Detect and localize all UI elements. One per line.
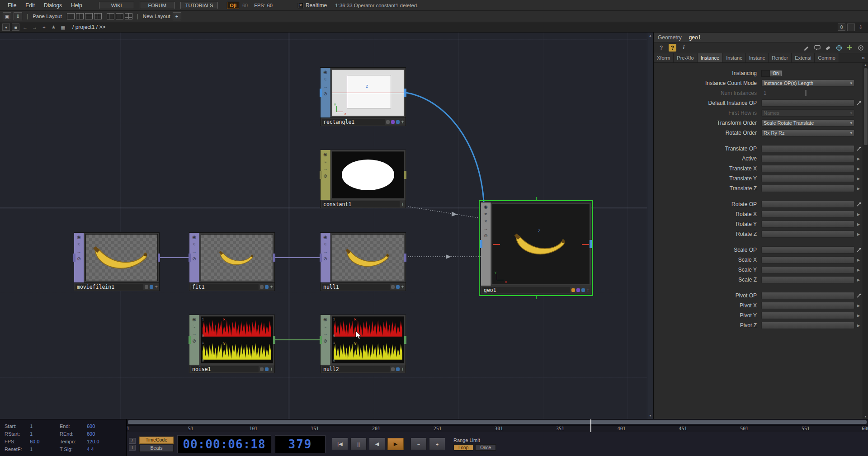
flag-blue[interactable] [265,285,269,289]
empty-slot-button[interactable] [847,24,855,31]
bypass-icon[interactable]: ≈ [324,324,327,329]
arrow-icon[interactable]: → [323,332,328,336]
link-tutorials[interactable]: TUTORIALS [180,2,218,9]
node-viewer[interactable]: z y x [492,204,590,284]
lock-icon[interactable]: ⊘ [323,257,327,261]
tab-instanc[interactable]: Instanc [723,53,745,62]
display-icon[interactable]: ◉ [323,152,327,157]
timeline-overview[interactable] [127,419,868,425]
arrow-icon[interactable]: → [484,226,488,231]
param-field[interactable] [761,165,854,172]
expand-arrow-icon[interactable]: ▶ [857,167,860,171]
node-name[interactable]: noise1 [191,366,259,372]
arrow-icon[interactable]: → [192,249,197,254]
node-name[interactable]: fit1 [191,284,259,290]
param-field[interactable] [761,266,854,273]
download-arrow-icon[interactable]: ⇩ [857,24,864,30]
flag-blue[interactable] [265,367,269,371]
tab-instanc[interactable]: Instanc [746,53,769,62]
expand-arrow-icon[interactable]: ▶ [857,314,860,318]
param-dropdown[interactable]: Names▾ [761,109,854,117]
node-name[interactable]: rectangle1 [322,119,385,125]
output-connector[interactable] [273,254,275,262]
node-noise1[interactable]: ◉≈→⊘ 1 0 tx 1 0 ty noise1+ [189,315,275,373]
layout-hsplit-icon[interactable] [85,13,93,19]
output-connector[interactable] [404,254,406,262]
language-globe-icon[interactable] [835,44,843,52]
param-dropdown[interactable]: Rx Ry Rz▾ [761,129,854,136]
link-forum[interactable]: FORUM [140,2,175,9]
node-moviefilein1[interactable]: ◉≈→⊘ moviefilein1+ [74,232,160,291]
checkbox-x-icon[interactable]: × [298,3,303,8]
link-wiki[interactable]: WIKI [99,2,134,9]
scrollbar-thumb[interactable] [864,68,868,145]
input-connector[interactable] [480,240,482,248]
param-field[interactable] [761,312,854,319]
param-label[interactable]: Rotate Order [655,130,760,136]
network-editor[interactable]: ◉≈→⊘ z y x rectangle1+◉≈→⊘ constant1+◉≈→… [0,33,653,419]
node-name[interactable]: moviefilein1 [75,284,143,290]
arrow-icon[interactable]: → [323,85,328,89]
input-connector[interactable] [189,254,191,262]
add-parameter-icon[interactable]: + [155,284,158,290]
add-parameter-icon[interactable]: + [586,287,590,293]
add-parameter-icon[interactable]: + [270,284,273,290]
flag-dim[interactable] [391,367,395,371]
add-parameter-icon[interactable]: + [401,119,404,125]
arrow-icon[interactable]: → [323,249,328,254]
lock-icon[interactable]: ⊘ [77,257,80,261]
target-icon[interactable] [857,44,864,52]
flag-blue[interactable] [150,285,153,289]
param-field[interactable] [761,302,854,309]
node-name[interactable]: null1 [322,284,390,290]
flag-purple[interactable] [391,120,395,124]
timeline-field-value[interactable]: 4 4 [87,447,126,452]
param-dropdown[interactable]: Scale Rotate Translate▾ [761,119,854,127]
output-connector[interactable] [273,336,275,344]
step-forward-button[interactable]: + [429,438,445,450]
operator-name-field[interactable]: geo1 [689,34,701,41]
timeline-field-value[interactable]: 600 [87,423,126,429]
param-label[interactable]: Translate Y [655,175,760,182]
node-viewer[interactable] [332,151,404,198]
timeline-field-value[interactable]: 60.0 [30,439,60,444]
add-parameter-icon[interactable]: + [401,202,404,207]
param-label[interactable]: Default Instance OP [655,100,760,106]
oi-monitor-badge[interactable]: O|I [227,2,239,9]
flag-purple[interactable] [576,288,580,292]
param-label[interactable]: Scale OP [655,247,760,253]
timeline-overview-bar[interactable] [128,420,867,424]
node-geo1[interactable]: ◉≈×→⊘ z y x geo1+ [481,202,591,294]
realtime-toggle[interactable]: × Realtime [298,2,327,9]
scroll-up-icon[interactable]: ▲ [647,33,653,38]
layout-quad-icon[interactable] [94,13,102,19]
arrow-icon[interactable]: → [192,332,197,336]
op-picker-icon[interactable] [856,247,862,253]
slider-handle[interactable] [805,90,807,96]
param-label[interactable]: Scale Y [655,267,760,273]
flag-orange[interactable] [571,288,575,292]
param-field[interactable] [761,145,854,152]
timeline-field-value[interactable]: 1 [30,423,60,429]
param-label[interactable]: Translate Z [655,185,760,192]
param-field[interactable] [761,246,854,254]
param-label[interactable]: Rotate OP [655,201,760,207]
flag-blue[interactable] [581,288,585,292]
node-null1[interactable]: ◉≈→⊘ null1+ [320,232,406,291]
x-icon[interactable]: × [485,219,487,224]
input-connector[interactable] [320,171,322,179]
display-icon[interactable]: ◉ [323,235,327,240]
back-arrow-icon[interactable]: ← [21,24,29,30]
step-back-button[interactable]: − [410,438,427,450]
node-viewer[interactable] [201,234,273,281]
node-rectangle1[interactable]: ◉≈→⊘ z y x rectangle1+ [320,67,406,126]
menu-file[interactable]: File [4,1,20,9]
parameter-scrollbar[interactable]: ▲ ▼ [863,63,868,419]
forward-arrow-icon[interactable]: → [31,24,38,30]
add-parameter-icon[interactable]: + [270,367,273,372]
param-field[interactable] [761,256,854,263]
pause-button[interactable]: || [350,438,367,450]
flag-dim[interactable] [386,120,390,124]
param-field[interactable] [761,230,854,238]
expand-arrow-icon[interactable]: ▶ [857,222,860,226]
